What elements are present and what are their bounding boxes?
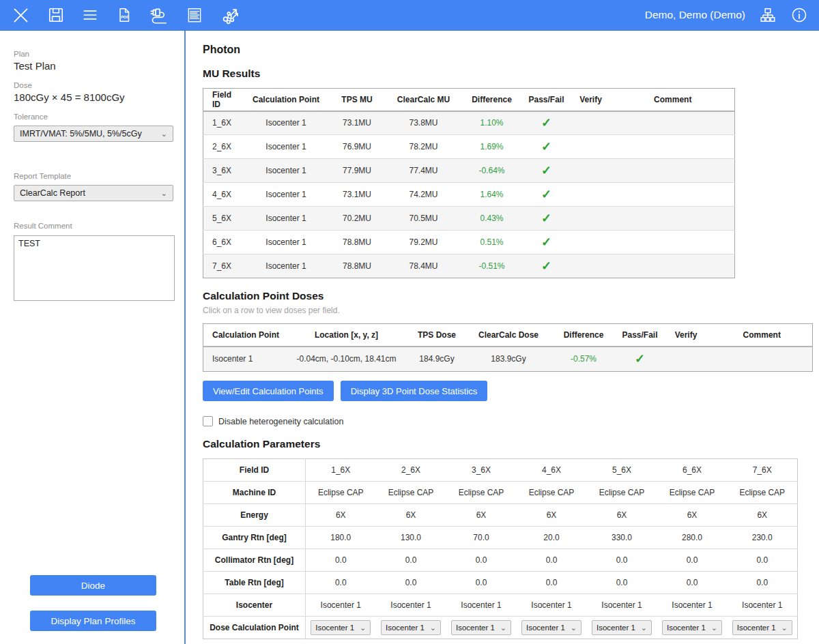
dose-calc-point-select[interactable]: Isocenter 1 (311, 620, 371, 635)
tolerance-label: Tolerance (14, 113, 172, 121)
clearcalc-dose-cell: 183.9cGy (470, 347, 548, 372)
report-template-select[interactable]: ClearCalc Report (14, 185, 173, 201)
comment-cell[interactable] (612, 207, 735, 231)
calc-point-doses-table: Calculation Point Location [x, y, z] TPS… (203, 323, 813, 372)
comment-cell[interactable] (612, 111, 735, 135)
dose-calc-point-select[interactable]: Isocenter 1 (662, 620, 722, 635)
field-id-cell: 7_6X (203, 254, 244, 278)
parameter-cell: 0.0 (306, 572, 376, 594)
pdf-export-icon[interactable]: PDF (115, 6, 133, 24)
mu-table-row[interactable]: 6_6X Isocenter 1 78.8MU 79.2MU 0.51% ✓ (203, 231, 735, 254)
col-comment: Comment (612, 89, 735, 111)
save-icon[interactable] (47, 6, 65, 24)
comment-cell[interactable] (612, 135, 735, 159)
mu-table-row[interactable]: 3_6X Isocenter 1 77.9MU 77.4MU -0.64% ✓ (203, 159, 735, 183)
calc-point-cell: Isocenter 1 (244, 159, 328, 183)
pass-check-icon: ✓ (541, 116, 551, 130)
parameter-cell: Eclipse CAP (517, 482, 587, 504)
tolerance-select-value: IMRT/VMAT: 5%/5MU, 5%/5cGy (20, 129, 142, 138)
col-difference: Difference (548, 324, 620, 347)
topbar-right: Demo, Demo (Demo) (645, 6, 808, 24)
parameter-cell: Isocenter 1 (728, 594, 798, 617)
dose-calc-point-select[interactable]: Isocenter 1 (381, 620, 441, 635)
mu-table-row[interactable]: 4_6X Isocenter 1 73.1MU 74.2MU 1.64% ✓ (203, 183, 735, 207)
parameter-cell: 0.0 (446, 572, 517, 594)
col-tps-mu: TPS MU (328, 89, 386, 111)
close-icon[interactable] (11, 5, 31, 25)
verify-cell[interactable] (571, 135, 612, 159)
mu-table-row[interactable]: 1_6X Isocenter 1 73.1MU 73.8MU 1.10% ✓ (203, 111, 735, 135)
parameter-cell: 6X (376, 504, 446, 527)
calc-point-cell: Isocenter 1 (244, 254, 328, 278)
comment-cell[interactable] (612, 231, 735, 254)
chevron-down-icon (161, 190, 167, 197)
parameter-cell: 0.0 (657, 549, 728, 572)
parameter-row: Energy 6X 6X 6X 6X 6X 6X 6X (203, 504, 798, 527)
comment-cell[interactable] (712, 347, 813, 372)
connection-icon[interactable] (149, 5, 169, 25)
diode-button[interactable]: Diode (30, 575, 156, 596)
calc-point-cell: Isocenter 1 (244, 207, 328, 231)
calc-parameters-heading: Calculation Parameters (203, 438, 819, 450)
comment-cell[interactable] (612, 254, 735, 278)
verify-cell[interactable] (661, 347, 712, 372)
dose-calc-point-select[interactable]: Isocenter 1 (732, 620, 792, 635)
report-template-label: Report Template (14, 172, 172, 180)
beam-scatter-icon[interactable] (220, 5, 240, 25)
display-3d-point-dose-statistics-button[interactable]: Display 3D Point Dose Statistics (341, 381, 488, 401)
view-edit-calculation-points-button[interactable]: View/Edit Calculation Points (203, 381, 334, 401)
parameter-cell: 0.0 (306, 549, 376, 572)
display-plan-profiles-button[interactable]: Display Plan Profiles (30, 611, 156, 631)
comment-cell[interactable] (612, 159, 735, 183)
verify-cell[interactable] (571, 207, 612, 231)
report-icon[interactable] (186, 6, 203, 24)
parameter-cell: 7_6X (728, 459, 798, 482)
calc-point-cell: Isocenter 1 (244, 231, 328, 254)
hierarchy-icon[interactable] (759, 6, 777, 24)
parameter-cell: 3_6X (446, 459, 517, 482)
svg-text:PDF: PDF (121, 15, 129, 19)
menu-icon[interactable] (81, 6, 99, 24)
parameter-cell: Isocenter 1 (587, 594, 657, 617)
chevron-down-icon (360, 624, 366, 632)
chevron-down-icon (161, 130, 167, 138)
cpd-table-row[interactable]: Isocenter 1 -0.04cm, -0.10cm, 18.41cm 18… (203, 347, 813, 372)
result-comment-input[interactable]: TEST (14, 235, 175, 301)
dose-calc-point-select[interactable]: Isocenter 1 (521, 620, 581, 635)
tps-mu-cell: 77.9MU (328, 159, 386, 183)
pass-check-icon: ✓ (541, 164, 551, 177)
mu-table-row[interactable]: 7_6X Isocenter 1 78.8MU 78.4MU -0.51% ✓ (203, 254, 735, 278)
mu-table-row[interactable]: 5_6X Isocenter 1 70.2MU 70.5MU 0.43% ✓ (203, 207, 735, 231)
parameter-cell: 0.0 (376, 549, 446, 572)
parameter-row: Isocenter Isocenter 1 Isocenter 1 Isocen… (203, 594, 798, 617)
tolerance-select[interactable]: IMRT/VMAT: 5%/5MU, 5%/5cGy (14, 126, 173, 142)
verify-cell[interactable] (571, 183, 612, 207)
parameter-cell: 5_6X (587, 459, 657, 482)
col-verify: Verify (661, 324, 712, 347)
verify-cell[interactable] (571, 231, 612, 254)
col-comment: Comment (712, 324, 813, 347)
info-icon[interactable] (790, 6, 808, 24)
verify-cell[interactable] (571, 111, 612, 135)
verify-cell[interactable] (571, 159, 612, 183)
parameter-row: Gantry Rtn [deg] 180.0 130.0 70.0 20.0 3… (203, 527, 798, 549)
parameter-cell: 70.0 (446, 527, 517, 549)
field-id-cell: 3_6X (203, 159, 244, 183)
main-content: Photon MU Results Field ID Calculation P… (186, 31, 819, 644)
calc-point-cell: Isocenter 1 (244, 135, 328, 159)
verify-cell[interactable] (571, 254, 612, 278)
parameter-cell: 6X (657, 504, 728, 527)
parameter-cell: Eclipse CAP (376, 482, 446, 504)
parameter-cell: 0.0 (517, 572, 587, 594)
parameter-row-header: Gantry Rtn [deg] (203, 527, 306, 549)
parameter-cell: Isocenter 1 (517, 594, 587, 617)
col-pass-fail: Pass/Fail (523, 89, 571, 111)
difference-cell: -0.57% (548, 347, 620, 372)
heterogeneity-checkbox[interactable] (203, 416, 213, 426)
mu-table-row[interactable]: 2_6X Isocenter 1 76.9MU 78.2MU 1.69% ✓ (203, 135, 735, 159)
comment-cell[interactable] (612, 183, 735, 207)
dose-calc-point-select[interactable]: Isocenter 1 (592, 620, 652, 635)
tps-mu-cell: 70.2MU (328, 207, 386, 231)
parameter-cell: 4_6X (517, 459, 587, 482)
dose-calc-point-select[interactable]: Isocenter 1 (451, 620, 511, 635)
